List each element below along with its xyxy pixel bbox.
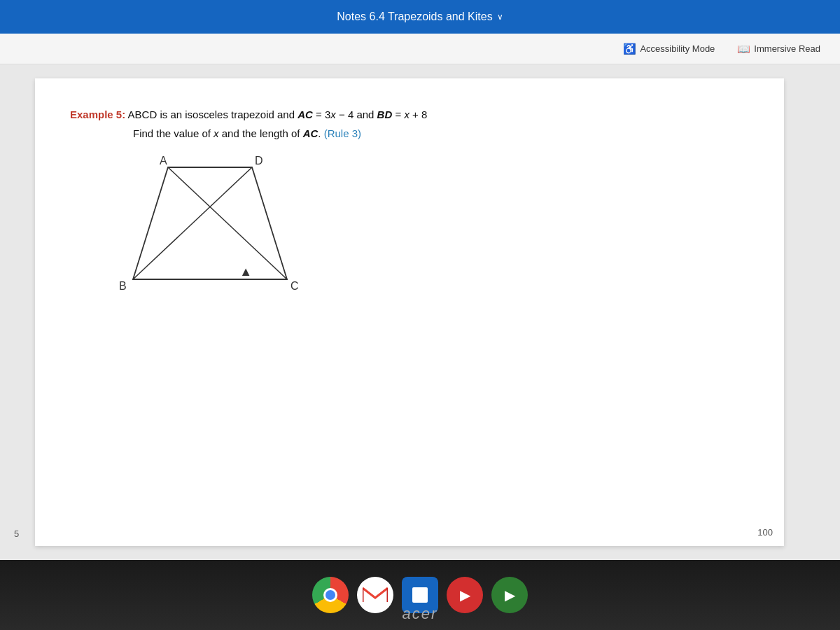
right-margin bbox=[784, 78, 826, 546]
trapezoid-shape bbox=[133, 167, 287, 279]
gmail-icon bbox=[357, 577, 393, 613]
vertex-c-label: C bbox=[290, 280, 299, 292]
accessibility-mode-label: Accessibility Mode bbox=[640, 43, 715, 54]
immersive-reader-label: Immersive Read bbox=[754, 43, 820, 54]
chrome-app[interactable] bbox=[312, 577, 349, 613]
header-bar: Notes 6.4 Trapezoids and Kites ∨ bbox=[0, 0, 840, 34]
example-heading: Example 5: ABCD is an isosceles trapezoi… bbox=[70, 106, 749, 123]
chrome-inner-circle bbox=[323, 588, 337, 602]
accessibility-mode-button[interactable]: ♿ Accessibility Mode bbox=[617, 40, 720, 58]
vertex-b-label: B bbox=[119, 280, 127, 292]
trapezoid-svg: A D C B bbox=[112, 153, 336, 335]
svg-rect-0 bbox=[363, 585, 388, 605]
accessibility-icon: ♿ bbox=[623, 43, 636, 55]
page-number-right: 100 bbox=[757, 527, 773, 538]
green-play-icon: ▶ bbox=[491, 577, 528, 613]
header-title: Notes 6.4 Trapezoids and Kites ∨ bbox=[337, 10, 503, 23]
blue-square-inner bbox=[412, 587, 428, 603]
chrome-icon bbox=[312, 577, 349, 613]
taskbar: ▶ ▶ acer bbox=[0, 560, 840, 630]
example-subtext: Find the value of x and the length of AC… bbox=[133, 127, 749, 139]
vertex-a-label: A bbox=[160, 155, 167, 167]
youtube-app[interactable]: ▶ bbox=[447, 577, 483, 613]
document-title: Notes 6.4 Trapezoids and Kites bbox=[337, 10, 492, 23]
toolbar: ♿ Accessibility Mode 📖 Immersive Read bbox=[0, 34, 840, 64]
green-play-app[interactable]: ▶ bbox=[491, 577, 528, 613]
acer-brand: acer bbox=[402, 605, 438, 623]
gmail-app[interactable] bbox=[357, 577, 393, 613]
page-number-left: 5 bbox=[14, 78, 35, 546]
immersive-reader-button[interactable]: 📖 Immersive Read bbox=[732, 40, 826, 58]
vertex-d-label: D bbox=[255, 155, 263, 167]
example-text: ABCD is an isosceles trapezoid and AC = … bbox=[128, 108, 428, 120]
immersive-reader-icon: 📖 bbox=[737, 43, 750, 55]
cursor-icon: ▲ bbox=[239, 265, 252, 279]
chevron-icon[interactable]: ∨ bbox=[497, 12, 503, 22]
main-content: 5 Example 5: ABCD is an isosceles trapez… bbox=[0, 64, 840, 560]
example-label: Example 5: bbox=[70, 108, 125, 120]
youtube-icon: ▶ bbox=[447, 577, 483, 613]
document-area: Example 5: ABCD is an isosceles trapezoi… bbox=[35, 78, 784, 546]
trapezoid-diagram: A D C B ▲ bbox=[112, 153, 336, 335]
